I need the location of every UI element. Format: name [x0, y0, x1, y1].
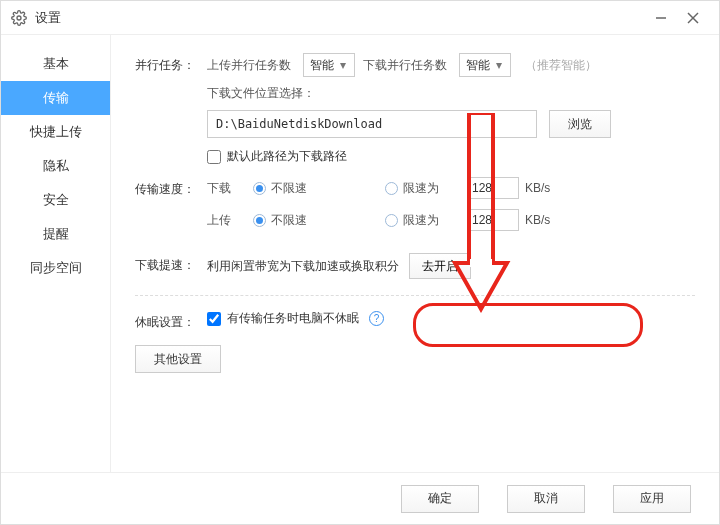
parallel-hint: （推荐智能）	[525, 57, 597, 74]
download-parallel-label: 下载并行任务数	[363, 57, 447, 74]
parallel-section-label: 并行任务：	[135, 53, 207, 74]
caret-down-icon: ▾	[496, 58, 502, 72]
sidebar-item-quickupload[interactable]: 快捷上传	[1, 115, 110, 149]
download-path-input[interactable]	[207, 110, 537, 138]
sleep-checkbox[interactable]: 有传输任务时电脑不休眠 ?	[207, 310, 695, 327]
upload-limit-radio[interactable]: 限速为	[385, 212, 439, 229]
upload-parallel-select[interactable]: 智能 ▾	[303, 53, 355, 77]
speed-unit: KB/s	[525, 213, 550, 227]
caret-down-icon: ▾	[340, 58, 346, 72]
sidebar: 基本 传输 快捷上传 隐私 安全 提醒 同步空间	[1, 35, 111, 472]
sidebar-item-syncspace[interactable]: 同步空间	[1, 251, 110, 285]
speed-section-label: 传输速度：	[135, 177, 207, 198]
dialog-footer: 确定 取消 应用	[1, 472, 719, 524]
upload-parallel-label: 上传并行任务数	[207, 57, 291, 74]
other-settings-button[interactable]: 其他设置	[135, 345, 221, 373]
sidebar-item-security[interactable]: 安全	[1, 183, 110, 217]
window-title: 设置	[35, 9, 61, 27]
content-panel: 并行任务： 上传并行任务数 智能 ▾ 下载并行任务数 智能 ▾ （推荐智	[111, 35, 719, 472]
speed-upload-label: 上传	[207, 212, 253, 229]
section-divider	[135, 295, 695, 296]
ok-button[interactable]: 确定	[401, 485, 479, 513]
close-button[interactable]	[677, 6, 709, 30]
accel-enable-button[interactable]: 去开启	[409, 253, 471, 279]
accel-section-label: 下载提速：	[135, 253, 207, 274]
sidebar-item-reminder[interactable]: 提醒	[1, 217, 110, 251]
speed-download-label: 下载	[207, 180, 253, 197]
download-unlimited-radio[interactable]: 不限速	[253, 180, 307, 197]
upload-limit-input[interactable]	[467, 209, 519, 231]
download-path-heading: 下载文件位置选择：	[207, 85, 695, 102]
default-path-checkbox[interactable]: 默认此路径为下载路径	[207, 148, 695, 165]
accel-description: 利用闲置带宽为下载加速或换取积分	[207, 258, 399, 275]
download-limit-input[interactable]	[467, 177, 519, 199]
upload-unlimited-radio[interactable]: 不限速	[253, 212, 307, 229]
titlebar: 设置	[1, 1, 719, 35]
browse-button[interactable]: 浏览	[549, 110, 611, 138]
minimize-button[interactable]	[645, 6, 677, 30]
sleep-section-label: 休眠设置：	[135, 310, 207, 331]
settings-window: 设置 基本 传输 快捷上传 隐私 安全 提醒 同步空间 并行任务： 上传并行任务…	[0, 0, 720, 525]
sidebar-item-basic[interactable]: 基本	[1, 47, 110, 81]
help-icon[interactable]: ?	[369, 311, 384, 326]
cancel-button[interactable]: 取消	[507, 485, 585, 513]
svg-point-0	[17, 16, 21, 20]
sidebar-item-privacy[interactable]: 隐私	[1, 149, 110, 183]
speed-unit: KB/s	[525, 181, 550, 195]
download-parallel-select[interactable]: 智能 ▾	[459, 53, 511, 77]
gear-icon	[11, 10, 27, 26]
download-limit-radio[interactable]: 限速为	[385, 180, 439, 197]
sidebar-item-transfer[interactable]: 传输	[1, 81, 110, 115]
apply-button[interactable]: 应用	[613, 485, 691, 513]
